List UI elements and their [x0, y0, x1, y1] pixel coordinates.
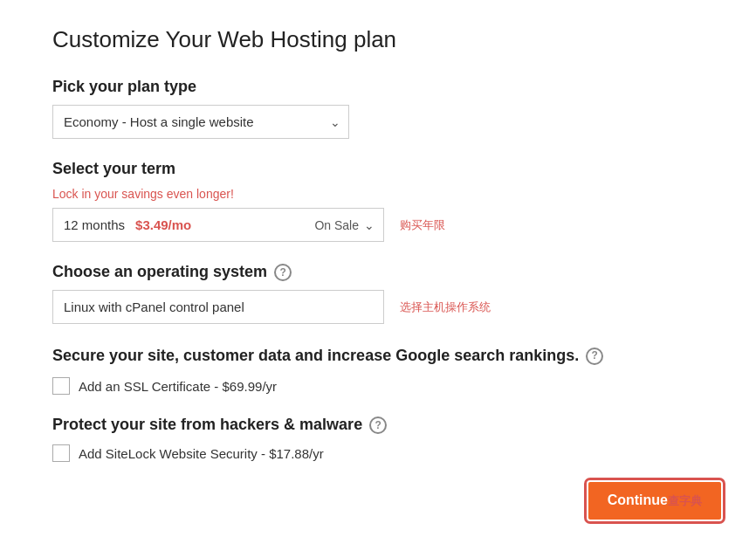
ssl-label: Add an SSL Certificate - $69.99/yr	[79, 379, 277, 394]
lock-savings-notice: Lock in your savings even longer!	[52, 187, 704, 201]
os-label: Choose an operating system ?	[52, 263, 704, 281]
sitelock-checkbox[interactable]	[52, 444, 70, 462]
sitelock-checkbox-row: Add SiteLock Website Security - $17.88/y…	[52, 444, 704, 462]
protect-label: Protect your site from hackers & malware…	[52, 416, 704, 434]
protect-help-icon[interactable]: ?	[369, 417, 387, 434]
term-on-sale-badge: On Sale	[314, 218, 364, 232]
term-months: 12 months	[53, 209, 135, 241]
os-select[interactable]: Linux with cPanel control panel Windows …	[53, 291, 383, 323]
sitelock-label: Add SiteLock Website Security - $17.88/y…	[79, 446, 324, 461]
ssl-checkbox-row: Add an SSL Certificate - $69.99/yr	[52, 377, 704, 395]
term-label: Select your term	[52, 160, 704, 178]
term-select-wrapper: 12 months $3.49/mo On Sale ⌄	[52, 208, 384, 242]
plan-type-section: Pick your plan type Economy - Host a sin…	[52, 78, 704, 139]
protect-section: Protect your site from hackers & malware…	[52, 416, 704, 462]
os-watermark: 选择主机操作系统	[400, 299, 491, 315]
term-chevron-icon: ⌄	[364, 218, 383, 232]
continue-watermark: 查字典	[668, 494, 702, 507]
page-title: Customize Your Web Hosting plan	[52, 26, 704, 53]
os-help-icon[interactable]: ?	[274, 264, 292, 281]
plan-select[interactable]: Economy - Host a single websiteDeluxe - …	[52, 105, 349, 139]
term-watermark: 购买年限	[400, 217, 445, 233]
term-price: $3.49/mo	[135, 217, 314, 232]
ssl-checkbox[interactable]	[52, 377, 70, 395]
os-select-wrapper: Linux with cPanel control panel Windows …	[52, 290, 384, 324]
continue-button[interactable]: Continue查字典	[588, 482, 721, 520]
plan-type-label: Pick your plan type	[52, 78, 704, 96]
secure-section: Secure your site, customer data and incr…	[52, 345, 704, 395]
os-section: Choose an operating system ? Linux with …	[52, 263, 704, 324]
secure-label: Secure your site, customer data and incr…	[52, 345, 704, 367]
plan-select-wrapper: Economy - Host a single websiteDeluxe - …	[52, 105, 349, 139]
secure-help-icon[interactable]: ?	[586, 348, 603, 365]
term-section: Select your term Lock in your savings ev…	[52, 160, 704, 242]
